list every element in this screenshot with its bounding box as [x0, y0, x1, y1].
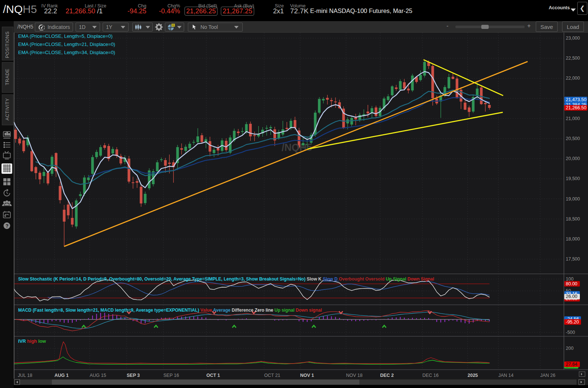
svg-text:NOV 18: NOV 18 [346, 373, 363, 378]
svg-text:JUL 18: JUL 18 [18, 373, 32, 378]
svg-text:SEP 3: SEP 3 [127, 373, 140, 378]
svg-text:SEP 16: SEP 16 [163, 373, 179, 378]
svg-text:200: 200 [566, 346, 574, 351]
svg-text:80.00: 80.00 [566, 281, 577, 286]
svg-text:26.00: 26.00 [566, 294, 577, 299]
svg-text:DEC 2: DEC 2 [380, 373, 394, 378]
svg-text:AUG 1: AUG 1 [54, 373, 69, 378]
svg-text:EMA (Price=CLOSE, Length=5, Di: EMA (Price=CLOSE, Length=5, Displace=0) [18, 33, 113, 39]
svg-text:-500: -500 [566, 330, 575, 335]
svg-text:18,000: 18,000 [566, 236, 580, 242]
svg-text:27.64: 27.64 [566, 362, 577, 367]
svg-text:21,000: 21,000 [566, 116, 580, 121]
svg-text:MACD (Fast length=8, Slow leng: MACD (Fast length=8, Slow length=21, MAC… [18, 308, 322, 313]
svg-text:OCT 1: OCT 1 [206, 373, 220, 378]
svg-text:17,500: 17,500 [566, 256, 580, 262]
svg-text:?: ? [6, 223, 9, 229]
svg-text:OCT 21: OCT 21 [264, 373, 280, 378]
svg-text:22,000: 22,000 [566, 76, 580, 81]
svg-text:Slow Stochastic (K Period=14,: Slow Stochastic (K Period=14, D Period=9… [18, 276, 434, 282]
svg-text:19,500: 19,500 [566, 176, 580, 181]
svg-text:/NQH5: /NQH5 [282, 142, 312, 153]
svg-text:22,500: 22,500 [566, 56, 580, 61]
svg-text:AUG 15: AUG 15 [90, 373, 106, 378]
svg-text:EMA (Price=CLOSE, Length=34, D: EMA (Price=CLOSE, Length=34, Displace=0) [18, 50, 115, 55]
svg-text:18,500: 18,500 [566, 216, 580, 222]
svg-text:2025: 2025 [468, 373, 478, 378]
svg-text:21,266.50: 21,266.50 [566, 105, 587, 110]
svg-text:DEC 16: DEC 16 [422, 373, 439, 378]
svg-text:20,000: 20,000 [566, 156, 580, 161]
svg-text:21,473.50: 21,473.50 [566, 97, 587, 102]
svg-text:19,000: 19,000 [566, 196, 580, 202]
svg-text:NOV 1: NOV 1 [300, 373, 314, 378]
svg-text:20,500: 20,500 [566, 136, 580, 141]
svg-text:JAN 26: JAN 26 [540, 373, 555, 378]
svg-text:JAN 14: JAN 14 [498, 373, 514, 378]
svg-text:EMA (Price=CLOSE, Length=21, D: EMA (Price=CLOSE, Length=21, Displace=0) [18, 42, 115, 47]
svg-text:23,000: 23,000 [566, 36, 580, 41]
svg-text:-95.20: -95.20 [566, 319, 579, 325]
svg-text:IVR high low: IVR high low [18, 339, 46, 344]
